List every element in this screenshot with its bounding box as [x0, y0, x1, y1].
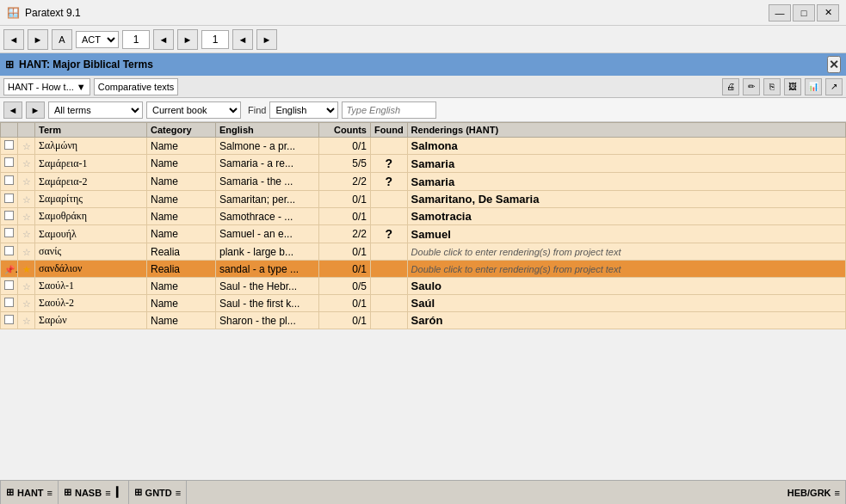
cell-found: ? [371, 155, 408, 173]
col-renderings[interactable]: Renderings (HANT) [407, 123, 845, 138]
cell-rendering[interactable]: Samaritano, De Samaria [407, 191, 845, 208]
howto-dropdown[interactable]: HANT - How t... ▼ [3, 78, 90, 95]
table-row[interactable]: ☆ΣαρώνNameSharon - the pl...0/1Sarón [1, 312, 846, 329]
nav-fwd-button[interactable]: ► [28, 29, 48, 50]
title-bar: 🪟 Paratext 9.1 — □ ✕ [0, 0, 846, 26]
table-row[interactable]: ☆Σαούλ-2NameSaul - the first k...0/1Saúl [1, 295, 846, 312]
cell-rendering[interactable]: Salmona [407, 138, 845, 155]
verse-input[interactable] [201, 30, 229, 49]
cell-term: Σαμαρίτης [35, 191, 147, 208]
col-english[interactable]: English [216, 123, 319, 138]
chapter-input[interactable] [122, 30, 150, 49]
filter-fwd-button[interactable]: ► [26, 101, 45, 119]
cell-rendering[interactable]: Double click to enter rendering(s) from … [407, 243, 845, 261]
comparative-texts-button[interactable]: Comparative texts [94, 78, 179, 95]
current-book-select[interactable]: Current book [146, 101, 241, 119]
cell-rendering[interactable]: Samaria [407, 173, 845, 191]
table-row[interactable]: ☆ΣαμοθράκηNameSamothrace - ...0/1Samotra… [1, 208, 846, 225]
minimize-button[interactable]: — [769, 4, 791, 22]
cell-rendering[interactable]: Saulo [407, 278, 845, 295]
nav-back-button[interactable]: ◄ [3, 29, 24, 50]
panel-close-button[interactable]: ✕ [827, 56, 841, 73]
cell-star[interactable]: ☆ [18, 225, 35, 243]
cell-counts: 0/1 [319, 191, 371, 208]
font-button[interactable]: A [52, 29, 72, 50]
status-gntd[interactable]: ⊞ GNTD ≡ [129, 481, 188, 504]
copy-button[interactable]: ⎘ [763, 78, 781, 95]
cell-star[interactable]: ☆ [18, 295, 35, 312]
cell-rendering[interactable]: Sarón [407, 312, 845, 329]
cell-term: σανδάλιον [35, 261, 147, 278]
all-terms-select[interactable]: All terms [48, 101, 143, 119]
cell-star[interactable]: ☆ [18, 243, 35, 261]
cell-rendering[interactable]: Samaria [407, 155, 845, 173]
status-hebgrk[interactable]: HEB/GRK ≡ [782, 481, 846, 504]
cell-star[interactable]: ☆ [18, 155, 35, 173]
status-nasb-label: NASB [75, 488, 102, 498]
chapter-next-button[interactable]: ► [177, 29, 198, 50]
close-button[interactable]: ✕ [817, 4, 839, 22]
book-select[interactable]: ACT [76, 31, 119, 48]
table-row[interactable]: 📌★σανδάλιονRealiasandal - a type ...0/1D… [1, 261, 846, 278]
status-hant[interactable]: ⊞ HANT ≡ [0, 481, 59, 504]
status-hebgrk-menu: ≡ [835, 488, 840, 498]
cell-star[interactable]: ☆ [18, 312, 35, 329]
print-button[interactable]: 🖨 [722, 78, 739, 95]
app-title: Paratext 9.1 [25, 7, 81, 19]
cell-rendering[interactable]: Samuel [407, 225, 845, 243]
cell-found [371, 295, 408, 312]
cell-counts: 0/1 [319, 138, 371, 155]
cell-category: Name [147, 155, 216, 173]
panel-icon: ⊞ [5, 58, 14, 71]
cell-found [371, 138, 408, 155]
table-row[interactable]: ☆Σαμάρεια-1NameSamaria - a re...5/5?Sama… [1, 155, 846, 173]
panel-title-bar: ⊞ HANT: Major Biblical Terms ✕ [0, 53, 846, 76]
cell-star[interactable]: ★ [18, 261, 35, 278]
cell-english: sandal - a type ... [216, 261, 319, 278]
cell-counts: 0/5 [319, 278, 371, 295]
table-row[interactable]: ☆Σαούλ-1NameSaul - the Hebr...0/5Saulo [1, 278, 846, 295]
status-nasb-cursor: ▎ [116, 487, 123, 498]
table-row[interactable]: ☆ΣαμουήλNameSamuel - an e...2/2?Samuel [1, 225, 846, 243]
cell-category: Name [147, 225, 216, 243]
table-row[interactable]: ☆Σαμάρεια-2NameSamaria - the ...2/2?Sama… [1, 173, 846, 191]
col-found[interactable]: Found [371, 123, 408, 138]
col-counts[interactable]: Counts [319, 123, 371, 138]
image-button[interactable]: 🖼 [784, 78, 801, 95]
table-container: Term Category English Counts Found Rende… [0, 122, 846, 480]
table-row[interactable]: ☆σανίςRealiaplank - large b...0/1Double … [1, 243, 846, 261]
maximize-button[interactable]: □ [793, 4, 815, 22]
col-term[interactable]: Term [35, 123, 147, 138]
cell-rendering[interactable]: Samotracia [407, 208, 845, 225]
cell-term: Σαούλ-1 [35, 278, 147, 295]
table-row[interactable]: ☆ΣαμαρίτηςNameSamaritan; per...0/1Samari… [1, 191, 846, 208]
cell-rendering[interactable]: Double click to enter rendering(s) from … [407, 261, 845, 278]
cell-star[interactable]: ☆ [18, 138, 35, 155]
verse-prev-button[interactable]: ◄ [232, 29, 253, 50]
status-nasb[interactable]: ⊞ NASB ≡ ▎ [59, 481, 129, 504]
cell-star[interactable]: ☆ [18, 208, 35, 225]
cell-star[interactable]: ☆ [18, 191, 35, 208]
cell-english: Sharon - the pl... [216, 312, 319, 329]
col-category[interactable]: Category [147, 123, 216, 138]
cell-star[interactable]: ☆ [18, 173, 35, 191]
chapter-prev-button[interactable]: ◄ [153, 29, 174, 50]
search-input[interactable] [342, 101, 436, 119]
cell-counts: 0/1 [319, 208, 371, 225]
cell-found [371, 278, 408, 295]
cell-flag [1, 173, 18, 191]
chart-button[interactable]: 📊 [805, 78, 822, 95]
cell-found [371, 261, 408, 278]
filter-back-button[interactable]: ◄ [3, 101, 22, 119]
verse-next-button[interactable]: ► [256, 29, 277, 50]
cell-rendering[interactable]: Saúl [407, 295, 845, 312]
cell-found [371, 312, 408, 329]
export-button[interactable]: ↗ [825, 78, 843, 95]
language-select[interactable]: English [269, 101, 338, 119]
edit-button[interactable]: ✏ [743, 78, 760, 95]
table-row[interactable]: ☆ΣαλμώνηNameSalmone - a pr...0/1Salmona [1, 138, 846, 155]
cell-term: Σαούλ-2 [35, 295, 147, 312]
cell-english: Samothrace - ... [216, 208, 319, 225]
cell-star[interactable]: ☆ [18, 278, 35, 295]
find-label: Find [248, 105, 266, 115]
